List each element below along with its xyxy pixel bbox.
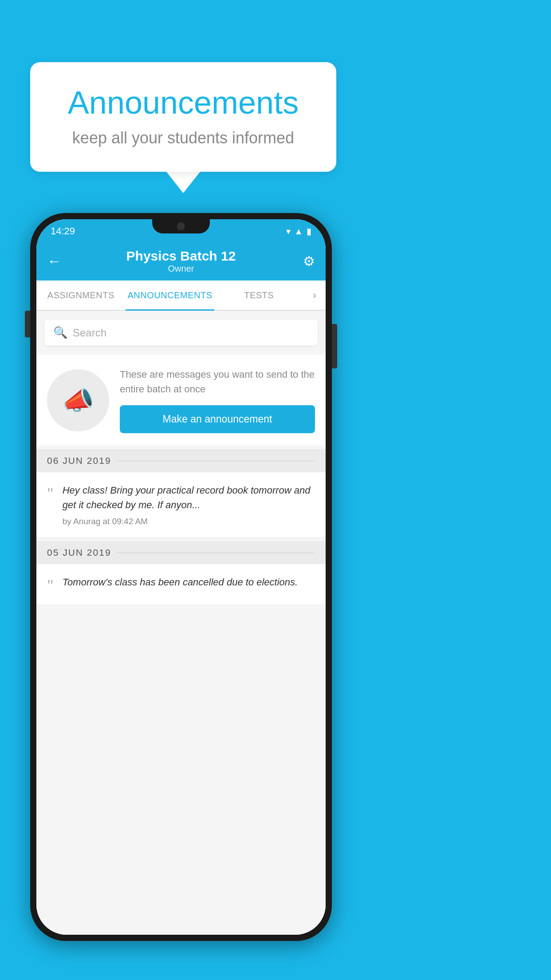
speech-bubble-title: Announcements: [55, 84, 312, 121]
quote-icon-2: ": [47, 577, 54, 593]
tab-tests[interactable]: TESTS: [214, 281, 303, 310]
status-icons: ▾ ▲ ▮: [286, 226, 311, 237]
battery-icon: ▮: [307, 226, 311, 237]
speech-bubble-subtitle: keep all your students informed: [55, 129, 312, 147]
date-label-1: 06 JUN 2019: [47, 455, 111, 466]
tab-announcements[interactable]: ANNOUNCEMENTS: [126, 281, 215, 310]
tab-more-button[interactable]: ›: [303, 281, 326, 310]
make-announcement-button[interactable]: Make an announcement: [120, 405, 315, 433]
screen-content: 🔍 Search 📣 These are messages you want t…: [36, 311, 326, 935]
wifi-icon: ▾: [286, 226, 291, 237]
date-label-2: 05 JUN 2019: [47, 547, 111, 558]
settings-button[interactable]: ⚙: [293, 253, 315, 269]
empty-state-text: These are messages you want to send to t…: [120, 367, 315, 433]
megaphone-icon: 📣: [62, 385, 94, 415]
empty-state-description: These are messages you want to send to t…: [120, 367, 315, 396]
app-bar-center: Physics Batch 12 Owner: [69, 249, 293, 274]
date-separator-1: 06 JUN 2019: [36, 449, 326, 472]
announcement-meta-1: by Anurag at 09:42 AM: [63, 517, 315, 526]
speech-bubble-card: Announcements keep all your students inf…: [30, 62, 336, 172]
empty-state-section: 📣 These are messages you want to send to…: [36, 355, 326, 446]
app-bar: ← Physics Batch 12 Owner ⚙: [36, 241, 326, 281]
phone-notch: [152, 219, 210, 233]
phone-outer: 14:29 ▾ ▲ ▮ ← Physics Batch 12 Owner ⚙: [30, 213, 332, 941]
announcement-text-2: Tomorrow's class has been cancelled due …: [63, 575, 315, 589]
announcement-text-1: Hey class! Bring your practical record b…: [63, 483, 315, 512]
phone-screen: 14:29 ▾ ▲ ▮ ← Physics Batch 12 Owner ⚙: [36, 219, 326, 935]
status-time: 14:29: [51, 225, 75, 237]
tabs-bar: ASSIGNMENTS ANNOUNCEMENTS TESTS ›: [36, 281, 326, 311]
quote-icon-1: ": [47, 486, 54, 502]
front-camera: [177, 222, 185, 230]
app-bar-title: Physics Batch 12: [69, 249, 293, 264]
search-bar[interactable]: 🔍 Search: [44, 320, 318, 346]
speech-bubble-section: Announcements keep all your students inf…: [30, 62, 336, 193]
announcement-item-2[interactable]: " Tomorrow's class has been cancelled du…: [36, 564, 326, 605]
signal-icon: ▲: [294, 226, 303, 237]
megaphone-circle: 📣: [47, 369, 109, 431]
announcement-body-2: Tomorrow's class has been cancelled due …: [63, 575, 315, 594]
tab-assignments[interactable]: ASSIGNMENTS: [36, 281, 126, 310]
app-bar-subtitle: Owner: [69, 264, 293, 274]
phone-device: 14:29 ▾ ▲ ▮ ← Physics Batch 12 Owner ⚙: [30, 213, 332, 941]
announcement-body-1: Hey class! Bring your practical record b…: [63, 483, 315, 526]
date-line-1: [117, 461, 315, 461]
search-placeholder: Search: [73, 327, 106, 339]
speech-bubble-arrow: [166, 172, 200, 193]
search-icon: 🔍: [53, 326, 67, 340]
date-separator-2: 05 JUN 2019: [36, 541, 326, 564]
back-button[interactable]: ←: [47, 253, 69, 269]
date-line-2: [117, 553, 315, 553]
announcement-item-1[interactable]: " Hey class! Bring your practical record…: [36, 472, 326, 537]
